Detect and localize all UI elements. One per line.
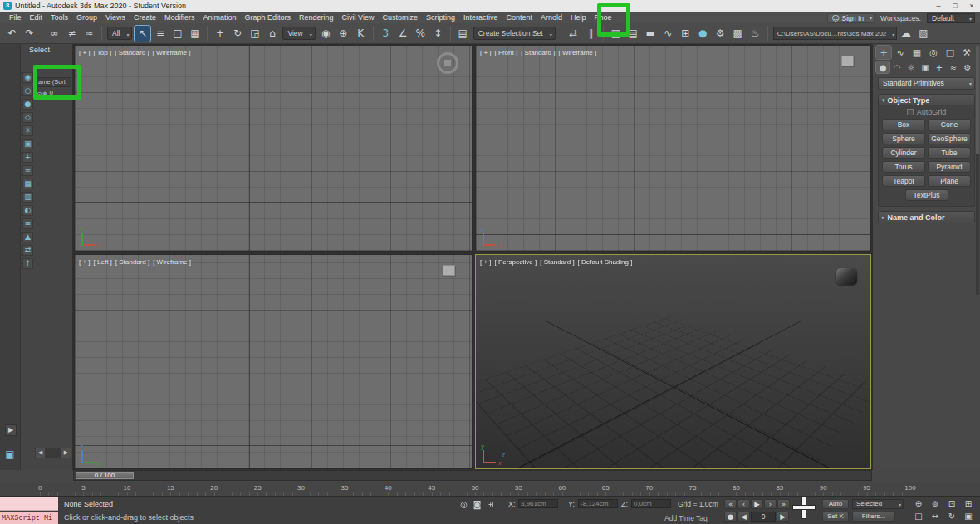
sign-in-button[interactable]: ☺ Sign In	[827, 13, 875, 23]
name-color-rollout-header[interactable]: ▸ Name and Color	[879, 212, 974, 223]
align-icon[interactable]: ∥	[583, 26, 599, 42]
next-frame-icon[interactable]: ›	[764, 499, 777, 509]
viewcube[interactable]	[836, 268, 857, 285]
systems-category-icon[interactable]: ⚙	[961, 61, 974, 73]
render-setup-icon[interactable]: ⚙	[713, 26, 728, 42]
x-coord-field[interactable]: 3,961cm	[518, 499, 558, 508]
viewport-left[interactable]: [ + ][ Left ][ Standard ][ Wireframe ] y…	[74, 254, 473, 469]
undo-icon[interactable]: ↶	[4, 26, 20, 42]
select-and-place-icon[interactable]: ⌂	[264, 26, 280, 42]
viewport-perspective[interactable]: [ + ][ Perspective ][ Standard ][ Defaul…	[475, 254, 871, 469]
menu-item[interactable]: Rendering	[295, 12, 338, 23]
display-cameras-icon[interactable]: ▣	[22, 139, 33, 149]
display-shapes-icon[interactable]: ◇	[22, 112, 33, 123]
primitive-button[interactable]: Box	[882, 119, 925, 130]
display-geometry-icon[interactable]: ●	[22, 99, 33, 110]
menu-item[interactable]: Views	[101, 12, 130, 23]
viewport-label-segment[interactable]: [ Default Shading ]	[578, 258, 633, 266]
display-none-icon[interactable]: ○	[22, 86, 33, 96]
viewport-label-segment[interactable]: [ + ]	[480, 258, 492, 266]
toggle-layer-explorer-icon[interactable]: ▤	[625, 26, 641, 42]
keyboard-override-toggle-icon[interactable]: K	[353, 26, 369, 42]
display-bones-icon[interactable]: ≡	[22, 218, 33, 229]
viewcube[interactable]	[437, 52, 458, 74]
pan-view-icon[interactable]: ↔	[927, 510, 943, 522]
previous-frame-icon[interactable]: ‹	[737, 499, 750, 509]
viewport-label-segment[interactable]: [ Left ]	[94, 258, 112, 266]
angle-snap-icon[interactable]: ∠	[395, 26, 411, 42]
use-center-flyout-icon[interactable]: ◉	[318, 26, 334, 42]
panel-flyout-arrow-icon[interactable]: ▶	[5, 424, 17, 436]
maximize-button[interactable]: □	[950, 2, 960, 10]
select-and-link-icon[interactable]: ∞	[47, 26, 62, 42]
percent-snap-icon[interactable]: %	[413, 26, 429, 42]
selection-region-icon[interactable]: □	[169, 26, 185, 42]
primitive-button[interactable]: Cylinder	[882, 147, 925, 159]
select-and-move-icon[interactable]: +	[212, 26, 228, 42]
select-object-icon[interactable]: ↖	[135, 26, 150, 42]
pick-parent-icon[interactable]: ↑	[22, 258, 33, 269]
zoom-extents-all-icon[interactable]: ⊞	[960, 497, 977, 510]
bind-to-space-warp-icon[interactable]: ≈	[81, 26, 97, 42]
next-key-icon[interactable]: ▶	[777, 512, 789, 522]
display-xrefs-icon[interactable]: ▥	[22, 192, 33, 203]
selection-lock-toggle-icon[interactable]: ◙	[472, 499, 483, 510]
workspace-dropdown[interactable]: Default	[927, 13, 975, 23]
viewport-label-segment[interactable]: [ Perspective ]	[495, 258, 537, 266]
zoom-region-icon[interactable]: □	[910, 510, 927, 522]
geometry-category-icon[interactable]: ●	[876, 61, 889, 73]
key-mode-toggle-icon[interactable]: ●	[724, 512, 737, 522]
key-filters-button[interactable]: Filters...	[852, 512, 895, 522]
go-to-end-icon[interactable]: »	[777, 499, 790, 509]
menu-item[interactable]: Arnold	[537, 12, 566, 23]
object-type-rollout-header[interactable]: ▾ Object Type	[879, 95, 974, 105]
time-slider-handle[interactable]: 0 / 100	[76, 472, 134, 479]
motion-tab[interactable]: ◎	[926, 46, 941, 59]
menu-item[interactable]: Interactive	[459, 12, 502, 23]
viewport-front[interactable]: [ + ][ Front ][ Standard ][ Wireframe ] …	[475, 45, 871, 252]
viewport-label-segment[interactable]: [ Standard ]	[115, 258, 149, 266]
menu-item[interactable]: Create	[130, 12, 160, 23]
toggle-ribbon-icon[interactable]: ▬	[643, 26, 659, 42]
menu-item[interactable]: Animation	[198, 12, 240, 23]
display-groups-icon[interactable]: ▦	[22, 179, 33, 189]
primitive-button[interactable]: Sphere	[882, 133, 925, 144]
menu-item[interactable]: Customize	[378, 12, 422, 23]
primitive-button[interactable]: Tube	[928, 147, 971, 159]
primitive-button[interactable]: Pyramid	[928, 161, 971, 173]
viewport-label-segment[interactable]: [ Wireframe ]	[153, 49, 191, 56]
display-helpers-icon[interactable]: +	[22, 152, 33, 163]
viewport-label-segment[interactable]: [ Standard ]	[115, 49, 149, 56]
viewport-label-segment[interactable]: [ Wireframe ]	[558, 49, 596, 56]
menu-item[interactable]: File	[5, 12, 26, 23]
toggle-scene-explorer-icon[interactable]: ▥	[608, 26, 624, 42]
primitive-button[interactable]: Plane	[928, 175, 971, 187]
lock-cell-editing-icon[interactable]: ▲	[22, 232, 33, 242]
select-by-name-icon[interactable]: ≡	[152, 26, 168, 42]
scroll-track[interactable]	[46, 448, 61, 458]
scroll-left-button[interactable]: ◀	[35, 448, 46, 458]
scrollbar-thumb[interactable]	[976, 46, 979, 154]
key-filter-dropdown[interactable]: Selected	[852, 499, 904, 509]
display-materials-icon[interactable]: ◐	[22, 205, 33, 216]
autogrid-checkbox[interactable]	[907, 109, 914, 115]
select-and-scale-icon[interactable]: ◲	[247, 26, 262, 42]
menu-item[interactable]: Civil View	[338, 12, 379, 23]
viewport-label-segment[interactable]: [ Standard ]	[540, 258, 574, 266]
redo-icon[interactable]: ↷	[22, 26, 37, 42]
reference-coordinate-dropdown[interactable]: View	[282, 27, 315, 40]
menu-item[interactable]: Group	[72, 12, 101, 23]
close-button[interactable]: ×	[967, 2, 977, 10]
scroll-right-button[interactable]: ▶	[61, 448, 71, 458]
viewcube[interactable]	[841, 56, 854, 66]
hierarchy-tab[interactable]: ▦	[909, 46, 924, 59]
shapes-category-icon[interactable]: ◠	[890, 61, 904, 73]
menu-item[interactable]: Graph Editors	[240, 12, 295, 23]
lights-category-icon[interactable]: ☼	[904, 61, 918, 73]
menu-item[interactable]: Content	[502, 12, 537, 23]
selection-filter-dropdown[interactable]: All	[107, 27, 132, 40]
display-lights-icon[interactable]: ☼	[22, 125, 33, 136]
create-tab[interactable]: +	[876, 46, 891, 59]
viewport-top[interactable]: [ + ][ Top ][ Standard ][ Wireframe ] x …	[74, 45, 473, 252]
select-and-rotate-icon[interactable]: ↻	[229, 26, 245, 42]
